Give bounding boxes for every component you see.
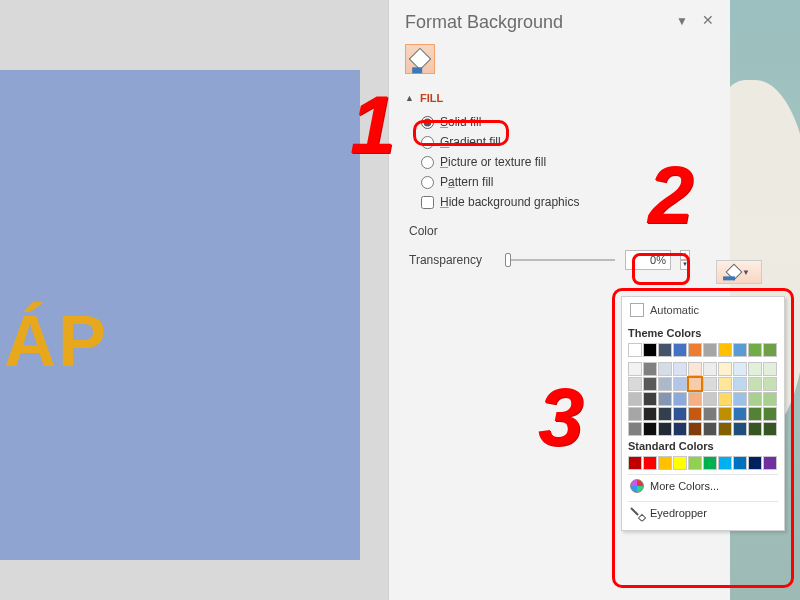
color-swatch[interactable] — [658, 407, 672, 421]
color-swatch[interactable] — [763, 456, 777, 470]
color-swatch[interactable] — [733, 422, 747, 436]
chevron-down-icon: ▼ — [742, 268, 750, 277]
color-picker-button[interactable]: ▼ — [716, 260, 762, 284]
color-swatch[interactable] — [628, 343, 642, 357]
color-swatch[interactable] — [688, 407, 702, 421]
color-swatch[interactable] — [673, 392, 687, 406]
color-swatch[interactable] — [733, 456, 747, 470]
color-swatch[interactable] — [658, 377, 672, 391]
eyedropper-link[interactable]: Eyedropper — [628, 501, 778, 524]
color-swatch[interactable] — [703, 392, 717, 406]
color-swatch[interactable] — [703, 377, 717, 391]
color-swatch[interactable] — [673, 377, 687, 391]
transparency-spinner[interactable]: ▲▼ — [680, 250, 690, 270]
color-swatch[interactable] — [733, 377, 747, 391]
color-swatch[interactable] — [703, 407, 717, 421]
slide-preview: DÁP — [0, 70, 360, 560]
color-swatch[interactable] — [628, 362, 642, 376]
automatic-color[interactable]: Automatic — [628, 301, 778, 323]
fill-bucket-icon[interactable] — [405, 44, 435, 74]
color-swatch[interactable] — [763, 377, 777, 391]
color-swatch[interactable] — [643, 456, 657, 470]
color-swatch[interactable] — [688, 377, 702, 391]
transparency-value[interactable]: 0% — [625, 250, 671, 270]
color-swatch[interactable] — [718, 362, 732, 376]
color-swatch[interactable] — [733, 407, 747, 421]
color-swatch[interactable] — [673, 362, 687, 376]
color-swatch[interactable] — [658, 456, 672, 470]
pane-close-icon[interactable]: ✕ — [702, 12, 714, 28]
color-picker-popup: Automatic Theme Colors Standard Colors M… — [621, 296, 785, 531]
color-swatch[interactable] — [688, 392, 702, 406]
color-swatch[interactable] — [748, 407, 762, 421]
color-swatch[interactable] — [748, 392, 762, 406]
collapse-triangle-icon: ▲ — [405, 93, 414, 103]
color-swatch[interactable] — [703, 343, 717, 357]
color-swatch[interactable] — [748, 456, 762, 470]
picture-fill-radio[interactable]: Picture or texture fill — [421, 152, 714, 172]
color-swatch[interactable] — [703, 362, 717, 376]
color-swatch[interactable] — [658, 392, 672, 406]
color-swatch[interactable] — [763, 407, 777, 421]
color-swatch[interactable] — [658, 422, 672, 436]
color-swatch[interactable] — [628, 422, 642, 436]
color-swatch[interactable] — [748, 377, 762, 391]
color-swatch[interactable] — [628, 392, 642, 406]
bucket-icon — [726, 264, 743, 281]
fill-section-header[interactable]: ▲ Fill — [405, 92, 714, 104]
color-swatch[interactable] — [658, 362, 672, 376]
color-swatch[interactable] — [688, 422, 702, 436]
color-swatch[interactable] — [718, 377, 732, 391]
color-swatch[interactable] — [748, 343, 762, 357]
color-swatch[interactable] — [628, 407, 642, 421]
color-swatch[interactable] — [628, 377, 642, 391]
color-swatch[interactable] — [673, 407, 687, 421]
theme-tints-grid — [628, 362, 778, 436]
color-swatch[interactable] — [763, 392, 777, 406]
color-swatch[interactable] — [718, 422, 732, 436]
color-swatch[interactable] — [688, 456, 702, 470]
pattern-fill-radio[interactable]: Pattern fill — [421, 172, 714, 192]
color-swatch[interactable] — [643, 362, 657, 376]
color-swatch[interactable] — [718, 456, 732, 470]
hide-graphics-checkbox[interactable]: Hide background graphics — [421, 192, 714, 212]
transparency-slider[interactable] — [505, 259, 615, 261]
color-swatch[interactable] — [643, 392, 657, 406]
color-swatch[interactable] — [688, 362, 702, 376]
color-swatch[interactable] — [643, 377, 657, 391]
color-swatch[interactable] — [763, 422, 777, 436]
color-swatch[interactable] — [763, 362, 777, 376]
color-swatch[interactable] — [733, 392, 747, 406]
color-swatch[interactable] — [748, 422, 762, 436]
transparency-row: Transparency 0% ▲▼ — [405, 250, 714, 270]
color-swatch[interactable] — [658, 343, 672, 357]
color-swatch[interactable] — [673, 456, 687, 470]
theme-color-row — [628, 343, 778, 362]
color-swatch[interactable] — [718, 407, 732, 421]
pane-title: Format Background — [405, 12, 563, 33]
color-swatch[interactable] — [733, 362, 747, 376]
color-swatch[interactable] — [673, 422, 687, 436]
color-swatch[interactable] — [643, 407, 657, 421]
color-swatch[interactable] — [643, 343, 657, 357]
color-swatch[interactable] — [763, 343, 777, 357]
color-swatch[interactable] — [703, 456, 717, 470]
color-swatch[interactable] — [718, 343, 732, 357]
eyedropper-icon — [630, 506, 644, 520]
color-swatch[interactable] — [643, 422, 657, 436]
color-swatch[interactable] — [628, 456, 642, 470]
more-colors-link[interactable]: More Colors... — [628, 474, 778, 497]
color-swatch[interactable] — [688, 343, 702, 357]
pane-dropdown-icon[interactable]: ▼ — [676, 14, 688, 30]
color-swatch[interactable] — [718, 392, 732, 406]
solid-fill-radio[interactable]: Solid fill — [421, 112, 714, 132]
slide-text: DÁP — [0, 300, 108, 382]
theme-colors-header: Theme Colors — [628, 327, 778, 339]
color-row: Color — [405, 224, 714, 238]
color-swatch[interactable] — [748, 362, 762, 376]
color-swatch[interactable] — [673, 343, 687, 357]
palette-icon — [630, 479, 644, 493]
gradient-fill-radio[interactable]: Gradient fill — [421, 132, 714, 152]
color-swatch[interactable] — [703, 422, 717, 436]
color-swatch[interactable] — [733, 343, 747, 357]
